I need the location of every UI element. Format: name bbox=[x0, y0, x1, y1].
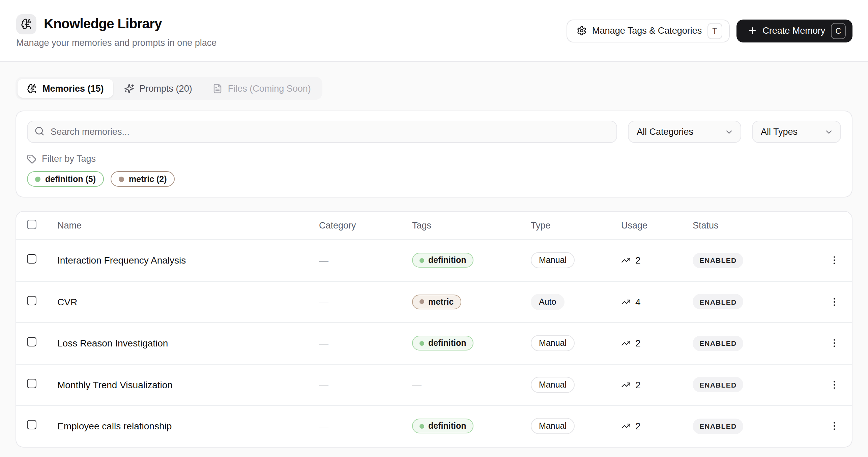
shortcut-key-badge: C bbox=[831, 23, 846, 39]
tag-badge: metric bbox=[412, 295, 461, 309]
memory-tags: metric bbox=[412, 295, 531, 309]
status-badge: ENABLED bbox=[693, 419, 743, 434]
tab-bar: Memories (15)Prompts (20)Files (Coming S… bbox=[16, 77, 322, 100]
tag-filter-list: definition (5)metric (2) bbox=[27, 171, 841, 187]
status-badge: ENABLED bbox=[693, 253, 743, 268]
tag-icon bbox=[27, 154, 36, 163]
chevron-down-icon bbox=[824, 127, 834, 136]
tab-label: Memories (15) bbox=[42, 83, 104, 93]
page-title: Knowledge Library bbox=[44, 16, 162, 32]
memory-category: — bbox=[319, 338, 412, 349]
column-header-tags: Tags bbox=[412, 220, 531, 231]
shortcut-key-badge: T bbox=[707, 23, 722, 39]
type-badge: Manual bbox=[531, 377, 575, 393]
memory-category: — bbox=[319, 255, 412, 266]
row-checkbox[interactable] bbox=[27, 254, 36, 264]
row-menu-button[interactable] bbox=[825, 334, 844, 353]
table-body: Interaction Frequency Analysis — definit… bbox=[16, 239, 852, 447]
memory-category: — bbox=[319, 421, 412, 432]
memory-name[interactable]: Employee calls relationship bbox=[57, 421, 319, 432]
trending-up-icon bbox=[621, 380, 631, 390]
sparkles-icon bbox=[124, 83, 134, 93]
trending-up-icon bbox=[621, 339, 631, 348]
plus-icon bbox=[747, 26, 757, 36]
category-select-value: All Categories bbox=[637, 127, 693, 137]
usage-count: 2 bbox=[635, 379, 641, 390]
trending-up-icon bbox=[621, 297, 631, 307]
brain-circuit-icon bbox=[27, 83, 37, 93]
type-badge: Auto bbox=[531, 294, 564, 310]
category-select[interactable]: All Categories bbox=[628, 121, 741, 143]
status-badge: ENABLED bbox=[693, 294, 743, 310]
memory-name[interactable]: Loss Reason Investigation bbox=[57, 338, 319, 349]
table-row: Loss Reason Investigation — definition M… bbox=[16, 322, 852, 364]
row-menu-button[interactable] bbox=[825, 293, 844, 311]
filter-by-tags-label: Filter by Tags bbox=[42, 154, 96, 164]
select-all-checkbox[interactable] bbox=[27, 220, 36, 229]
row-checkbox[interactable] bbox=[27, 296, 36, 305]
create-memory-button[interactable]: Create Memory C bbox=[736, 19, 852, 42]
manage-tags-categories-button[interactable]: Manage Tags & Categories T bbox=[567, 19, 729, 42]
type-select[interactable]: All Types bbox=[752, 121, 841, 143]
brain-circuit-icon bbox=[16, 14, 36, 34]
usage-count: 2 bbox=[635, 338, 641, 349]
trending-up-icon bbox=[621, 256, 631, 265]
tag-color-dot bbox=[119, 176, 124, 182]
table-row: Employee calls relationship — definition… bbox=[16, 405, 852, 447]
type-badge: Manual bbox=[531, 252, 575, 269]
row-menu-button[interactable] bbox=[825, 417, 844, 436]
tag-color-dot bbox=[419, 258, 424, 263]
file-text-icon bbox=[212, 83, 223, 93]
tag-color-dot bbox=[419, 424, 424, 429]
memory-tags: — bbox=[412, 379, 531, 390]
tag-color-dot bbox=[419, 300, 424, 304]
column-header-usage: Usage bbox=[621, 220, 693, 231]
tab-label: Prompts (20) bbox=[140, 83, 192, 93]
column-header-category: Category bbox=[319, 220, 412, 231]
search-icon bbox=[34, 126, 45, 136]
memory-tags: definition bbox=[412, 253, 531, 268]
table-row: Interaction Frequency Analysis — definit… bbox=[16, 239, 852, 281]
memory-category: — bbox=[319, 379, 412, 390]
type-select-value: All Types bbox=[761, 127, 798, 137]
trending-up-icon bbox=[621, 422, 631, 431]
tag-color-dot bbox=[35, 176, 40, 182]
tag-filter-label: definition (5) bbox=[45, 174, 96, 184]
memory-name[interactable]: Interaction Frequency Analysis bbox=[57, 255, 319, 266]
row-menu-button[interactable] bbox=[825, 375, 844, 394]
gear-icon bbox=[577, 26, 587, 36]
memory-tags: definition bbox=[412, 419, 531, 434]
type-badge: Manual bbox=[531, 418, 575, 434]
tab-prompts-20[interactable]: Prompts (20) bbox=[115, 79, 202, 98]
memories-table: Name Category Tags Type Usage Status Int… bbox=[16, 211, 852, 447]
row-checkbox[interactable] bbox=[27, 420, 36, 430]
tab-memories-15[interactable]: Memories (15) bbox=[18, 79, 113, 98]
column-header-status: Status bbox=[693, 220, 825, 231]
filter-panel: All Categories All Types Filter by Tags bbox=[16, 111, 852, 197]
memory-name[interactable]: Monthly Trend Visualization bbox=[57, 379, 319, 390]
table-row: CVR — metric Auto 4 ENABLED bbox=[16, 281, 852, 322]
tag-filter-label: metric (2) bbox=[129, 174, 167, 184]
tab-label: Files (Coming Soon) bbox=[228, 83, 311, 93]
usage-count: 2 bbox=[635, 255, 641, 266]
tag-badge: definition bbox=[412, 419, 474, 434]
table-header-row: Name Category Tags Type Usage Status bbox=[16, 212, 852, 239]
page-subtitle: Manage your memories and prompts in one … bbox=[16, 37, 216, 48]
tag-badge: definition bbox=[412, 253, 474, 268]
search-input[interactable] bbox=[27, 121, 617, 143]
status-badge: ENABLED bbox=[693, 377, 743, 393]
row-menu-button[interactable] bbox=[825, 251, 844, 270]
memory-name[interactable]: CVR bbox=[57, 297, 319, 307]
tag-filter-metric[interactable]: metric (2) bbox=[111, 171, 175, 187]
tag-badge: definition bbox=[412, 336, 474, 351]
column-header-type: Type bbox=[531, 220, 621, 231]
tab-files-coming-soon: Files (Coming Soon) bbox=[203, 79, 320, 98]
tag-filter-definition[interactable]: definition (5) bbox=[27, 171, 104, 187]
usage-count: 4 bbox=[635, 297, 641, 307]
usage-count: 2 bbox=[635, 421, 641, 432]
create-memory-label: Create Memory bbox=[762, 26, 825, 36]
row-checkbox[interactable] bbox=[27, 337, 36, 347]
table-row: Monthly Trend Visualization — — Manual 2… bbox=[16, 364, 852, 405]
row-checkbox[interactable] bbox=[27, 379, 36, 388]
manage-tags-label: Manage Tags & Categories bbox=[592, 26, 702, 36]
